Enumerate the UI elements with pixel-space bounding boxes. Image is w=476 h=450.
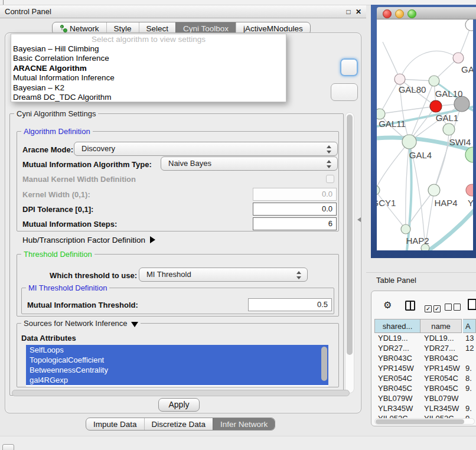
list-item-selected[interactable]: TopologicalCoefficient (26, 355, 328, 365)
column-header-partial[interactable]: A (463, 319, 476, 333)
column-header-shared[interactable]: shared... (374, 319, 420, 333)
edge[interactable] (400, 51, 458, 79)
stepper-arrows-icon (327, 159, 332, 169)
table-row[interactable]: YLR345W YLR345W 9. (374, 403, 476, 413)
tab-infer-network[interactable]: Infer Network (213, 418, 275, 430)
table-row[interactable]: YPR145W YPR145W 9. (374, 363, 476, 373)
dropdown-item[interactable]: Dream8 DC_TDC Algorithm (11, 93, 286, 102)
table-row-partial[interactable]: YIL052C YIL052C 9. (374, 413, 476, 418)
which-threshold-select[interactable]: MI Threshold (139, 268, 308, 282)
mi-algorithm-type-select[interactable]: Naive Bayes (161, 156, 338, 171)
document-icon[interactable] (468, 299, 476, 310)
node-label-gal10: GAL10 (428, 89, 470, 99)
node-gal80[interactable] (395, 74, 405, 84)
list-item-selected[interactable]: gal4RGexp (26, 375, 328, 385)
node-gal4[interactable] (402, 135, 416, 149)
table-panel-titlebar: Table Panel (366, 272, 476, 287)
dropdown-item[interactable]: Bayesian – K2 (11, 83, 286, 93)
aracne-mode-select[interactable]: Discovery (74, 142, 338, 156)
node-label-hap4: HAP4 (425, 198, 467, 208)
control-panel-titlebar: Control Panel (0, 5, 366, 18)
dropdown-item[interactable]: Mutual Information Inference (11, 73, 286, 83)
close-traffic-light[interactable] (383, 9, 392, 18)
table-row[interactable]: YBR043C YBR043C (374, 353, 476, 363)
edge[interactable] (377, 190, 406, 229)
node[interactable] (465, 19, 473, 31)
cyni-settings-group-title: Cyni Algorithm Settings (14, 109, 98, 118)
manual-kernel-width-label: Manual Kernel Width Definition (22, 175, 136, 184)
node-hap2[interactable] (401, 224, 410, 234)
data-attributes-list: SelfLoops TopologicalCoefficient Between… (26, 345, 328, 387)
dpi-tolerance-label: DPI Tolerance [0,1]: (22, 205, 93, 214)
application-window: Control Panel □ ✕ Network Style Select C… (0, 0, 476, 450)
expander-expanded-icon (131, 322, 138, 327)
hub-factor-expander[interactable]: Hub/Transcription Factor Definition (22, 236, 155, 244)
list-item-selected[interactable]: SelfLoops (26, 345, 328, 355)
node-label-partial: Y (468, 198, 473, 208)
minimize-traffic-light[interactable] (395, 9, 404, 18)
split-pane-collapse-handle[interactable] (357, 217, 361, 222)
columns-icon[interactable] (405, 301, 415, 311)
top-tick-mark (3, 0, 4, 5)
table-row[interactable]: YER054C YER054C 8. (374, 373, 476, 383)
dpi-tolerance-input[interactable]: 0.0 (253, 203, 337, 216)
edge[interactable] (377, 142, 409, 190)
sources-group-title: Sources for Network Inference (21, 319, 141, 328)
table-row[interactable]: YBR045C YBR045C 9. (374, 383, 476, 393)
node-gcy1[interactable] (377, 185, 380, 195)
scrollbar-thumb[interactable] (376, 419, 464, 424)
network-tree-icon (60, 25, 67, 32)
settings-horizontal-scrollbar[interactable] (12, 390, 350, 396)
tab-impute-data[interactable]: Impute Data (86, 418, 144, 430)
mi-steps-input[interactable]: 6 (253, 217, 337, 230)
network-combo-fragment[interactable] (331, 83, 358, 101)
zoom-traffic-light[interactable] (407, 9, 416, 18)
deselect-all-checks-icon[interactable] (445, 302, 462, 313)
table-horizontal-scrollbar[interactable] (374, 418, 475, 425)
stepper-arrows-icon (327, 145, 332, 154)
node[interactable] (453, 53, 464, 63)
aracne-mode-label: Aracne Mode: (22, 145, 73, 154)
mi-threshold-input[interactable]: 0.5 (248, 298, 332, 311)
bottom-left-button[interactable] (2, 444, 14, 450)
mi-threshold-label: Mutual Information Threshold: (27, 301, 138, 309)
stepper-arrows-icon (296, 270, 302, 280)
list-vertical-scrollbar[interactable] (321, 347, 327, 381)
gear-icon[interactable]: ⚙ (383, 301, 392, 310)
node-salmon[interactable] (466, 184, 473, 196)
network-graph (377, 19, 473, 250)
node-label-gal11: GAL11 (377, 119, 413, 129)
node-gal11[interactable] (377, 109, 385, 119)
node-gal1-red[interactable] (430, 100, 442, 112)
column-header-name[interactable]: name (420, 319, 462, 333)
node-gal1[interactable] (443, 123, 455, 135)
table-row[interactable]: YBL079W YBL079W (374, 393, 476, 403)
list-item-selected[interactable]: BetweennessCentrality (26, 365, 328, 375)
settings-vertical-scrollbar[interactable] (345, 112, 354, 393)
table-row[interactable]: YDR27... YDR27... 12 (374, 343, 476, 353)
dropdown-item[interactable]: Basic Correlation Inference (11, 54, 286, 63)
dropdown-item-selected[interactable]: ARACNE Algorithm (11, 64, 286, 73)
control-panel-title: Control Panel (5, 7, 51, 16)
apply-button[interactable]: Apply (158, 398, 200, 412)
edge[interactable] (383, 42, 400, 79)
node-hap4[interactable] (428, 184, 440, 196)
expander-collapsed-icon (150, 236, 155, 243)
which-threshold-label: Which threshold to use: (50, 271, 137, 280)
manual-kernel-width-checkbox (326, 175, 334, 183)
tab-discretize-data[interactable]: Discretize Data (144, 418, 213, 430)
scrollbar-thumb[interactable] (347, 115, 353, 355)
data-attributes-label: Data Attributes (21, 334, 76, 343)
float-window-icon[interactable]: □ (344, 8, 353, 16)
table-row[interactable]: YDL19... YDL19... 13 (374, 333, 476, 343)
dropdown-item[interactable]: Bayesian – Hill Climbing (11, 44, 286, 54)
algorithm-combo-fragment[interactable] (340, 58, 358, 76)
close-window-icon[interactable]: ✕ (354, 8, 363, 16)
node-label-gal80: GAL80 (392, 84, 433, 94)
node-label-hap2: HAP2 (397, 236, 438, 246)
algorithm-definition-title: Algorithm Definition (21, 127, 93, 136)
network-canvas[interactable]: GAL GAL80 GAL10 GAL1 GAL11 SWI4 GAL4 GCY… (377, 19, 473, 250)
select-all-checks-icon[interactable]: ✓✓ (425, 302, 442, 313)
bottom-strip (0, 436, 476, 450)
network-window-titlebar[interactable] (377, 7, 476, 19)
